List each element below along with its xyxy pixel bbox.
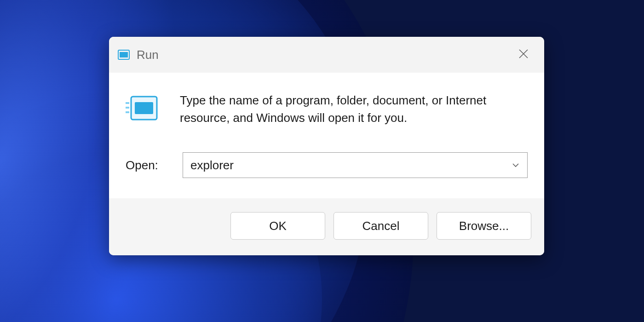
cancel-button[interactable]: Cancel bbox=[334, 212, 428, 240]
description-row: Type the name of a program, folder, docu… bbox=[126, 92, 528, 126]
svg-rect-4 bbox=[126, 102, 129, 104]
run-icon bbox=[126, 94, 158, 123]
ok-button[interactable]: OK bbox=[230, 212, 325, 240]
browse-button[interactable]: Browse... bbox=[437, 212, 531, 240]
open-label: Open: bbox=[126, 158, 183, 172]
desktop-background: Run bbox=[0, 0, 644, 322]
dialog-description: Type the name of a program, folder, docu… bbox=[180, 92, 502, 126]
dialog-title: Run bbox=[137, 48, 159, 62]
svg-rect-1 bbox=[120, 52, 128, 58]
run-icon bbox=[117, 49, 130, 60]
close-button[interactable] bbox=[507, 37, 540, 73]
open-input[interactable] bbox=[183, 153, 527, 178]
dialog-footer: OK Cancel Browse... bbox=[109, 198, 544, 255]
svg-rect-6 bbox=[126, 111, 129, 113]
svg-rect-5 bbox=[126, 107, 129, 109]
open-combobox[interactable] bbox=[183, 152, 528, 178]
svg-rect-8 bbox=[135, 102, 153, 114]
titlebar[interactable]: Run bbox=[109, 37, 544, 73]
dialog-body: Type the name of a program, folder, docu… bbox=[109, 73, 544, 198]
close-icon bbox=[518, 49, 529, 61]
run-dialog: Run bbox=[109, 37, 544, 255]
open-row: Open: bbox=[126, 152, 528, 178]
